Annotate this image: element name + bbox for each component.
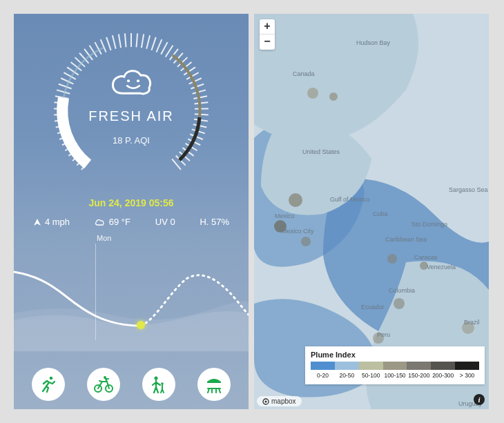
forecast-line-icon bbox=[14, 244, 249, 351]
svg-point-62 bbox=[137, 79, 139, 82]
map-label-carib: Caribbean Sea bbox=[385, 236, 427, 243]
picnic-icon bbox=[204, 375, 224, 394]
map-label-gulf: Gulf of Mexico bbox=[330, 196, 370, 203]
map-label-peru: Peru bbox=[377, 331, 390, 338]
aqi-gauge: FRESH AIR 18 P. AQI bbox=[48, 28, 214, 193]
map-label-hudson: Hudson Bay bbox=[356, 40, 390, 46]
legend-bin-label: 150-200 bbox=[407, 372, 431, 379]
legend-swatch bbox=[407, 362, 431, 370]
map-label-us: United States bbox=[302, 148, 340, 155]
location-arrow-icon bbox=[33, 218, 41, 226]
humidity-value: H. 57% bbox=[200, 217, 229, 227]
legend-bin-label: 50-100 bbox=[359, 372, 383, 379]
legend-bin-label: 20-50 bbox=[335, 372, 359, 379]
activity-picnic-button[interactable] bbox=[197, 368, 231, 401]
legend-bin-label: > 300 bbox=[455, 372, 479, 379]
svg-point-63 bbox=[50, 377, 53, 380]
svg-line-28 bbox=[119, 34, 121, 48]
legend-swatch bbox=[359, 362, 383, 370]
svg-line-29 bbox=[125, 33, 126, 47]
svg-point-72 bbox=[289, 193, 302, 207]
uv-stat: UV 0 bbox=[155, 217, 175, 227]
legend-swatch bbox=[383, 362, 407, 370]
svg-line-35 bbox=[156, 39, 162, 52]
map-label-colom: Colombia bbox=[389, 287, 415, 294]
map-label-domingo: Sto Domingo bbox=[411, 221, 447, 228]
svg-line-60 bbox=[172, 159, 181, 169]
cloud-icon bbox=[95, 218, 106, 226]
svg-line-26 bbox=[106, 37, 110, 50]
map-panel[interactable]: Canada Hudson Bay United States Gulf of … bbox=[254, 14, 489, 409]
svg-point-61 bbox=[127, 79, 130, 82]
svg-line-25 bbox=[101, 39, 106, 52]
map-attribution[interactable]: mapbox bbox=[257, 396, 302, 406]
svg-line-27 bbox=[113, 35, 116, 48]
air-quality-label: FRESH AIR bbox=[69, 108, 193, 124]
legend-swatch bbox=[335, 362, 359, 370]
map-info-button[interactable]: i bbox=[474, 394, 485, 405]
activity-family-button[interactable] bbox=[142, 368, 175, 401]
map-label-venez: Venezuela bbox=[427, 264, 456, 270]
forecast-current-marker bbox=[137, 321, 145, 329]
svg-line-50 bbox=[195, 114, 209, 115]
svg-point-74 bbox=[301, 237, 311, 246]
map-label-cuba: Cuba bbox=[373, 210, 388, 217]
activity-run-button[interactable] bbox=[32, 368, 65, 401]
svg-line-47 bbox=[193, 96, 207, 99]
forecast-chart[interactable]: Mon bbox=[14, 234, 249, 351]
forecast-day-label: Mon bbox=[97, 234, 111, 242]
legend-bin-label: 100-150 bbox=[383, 372, 407, 379]
map-label-ecuador: Ecuador bbox=[361, 304, 385, 311]
map-attribution-text: mapbox bbox=[271, 397, 296, 405]
legend-bin-label: 200-300 bbox=[431, 372, 455, 379]
zoom-control: + − bbox=[260, 19, 275, 50]
stats-row: 4 mph 69 °F UV 0 H. 57% bbox=[14, 208, 249, 227]
wind-stat: 4 mph bbox=[33, 217, 70, 227]
map-label-brazil: Brazil bbox=[464, 319, 480, 326]
air-quality-panel: FRESH AIR 18 P. AQI Jun 24, 2019 05:56 4… bbox=[14, 14, 249, 409]
svg-line-37 bbox=[166, 46, 173, 57]
legend-title: Plume Index bbox=[311, 351, 479, 359]
svg-line-14 bbox=[57, 90, 70, 93]
legend-swatch bbox=[431, 362, 455, 370]
wind-value: 4 mph bbox=[45, 217, 70, 227]
activity-bike-button[interactable] bbox=[87, 368, 120, 401]
svg-point-70 bbox=[307, 88, 318, 99]
svg-line-48 bbox=[194, 102, 208, 104]
legend-swatch bbox=[455, 362, 479, 370]
svg-line-34 bbox=[151, 37, 155, 50]
uv-value: UV 0 bbox=[155, 217, 175, 227]
svg-point-77 bbox=[394, 298, 405, 309]
svg-point-81 bbox=[265, 400, 267, 402]
zoom-out-button[interactable]: − bbox=[260, 35, 275, 50]
happy-cloud-icon bbox=[69, 67, 193, 101]
temp-stat: 69 °F bbox=[95, 217, 130, 227]
activity-row bbox=[14, 368, 249, 401]
legend-swatch bbox=[311, 362, 335, 370]
mapbox-logo-icon bbox=[262, 398, 269, 405]
aqi-value: 18 P. AQI bbox=[69, 135, 193, 146]
svg-line-33 bbox=[146, 35, 150, 48]
bike-icon bbox=[93, 375, 114, 394]
svg-point-66 bbox=[104, 376, 106, 379]
svg-point-71 bbox=[329, 92, 338, 101]
svg-point-67 bbox=[155, 377, 158, 380]
map-label-caracas: Caracas bbox=[414, 254, 438, 261]
map-label-sargasso: Sargasso Sea bbox=[449, 186, 488, 193]
svg-line-36 bbox=[161, 42, 167, 55]
family-icon bbox=[150, 375, 168, 394]
map-label-canada: Canada bbox=[293, 70, 315, 77]
map-label-mexico: Mexico bbox=[275, 213, 295, 219]
svg-line-32 bbox=[142, 34, 144, 48]
map-label-mexcity: Mexico City bbox=[282, 228, 314, 235]
legend-bin-label: 0-20 bbox=[311, 372, 335, 379]
humidity-stat: H. 57% bbox=[200, 217, 229, 227]
run-icon bbox=[39, 375, 58, 394]
svg-line-31 bbox=[136, 33, 137, 47]
temp-value: 69 °F bbox=[109, 217, 130, 227]
timestamp: Jun 24, 2019 05:56 bbox=[14, 197, 249, 208]
svg-point-75 bbox=[387, 254, 397, 264]
zoom-in-button[interactable]: + bbox=[260, 19, 275, 35]
legend: Plume Index 0-2020-5050-100100-150150-20… bbox=[305, 346, 485, 384]
